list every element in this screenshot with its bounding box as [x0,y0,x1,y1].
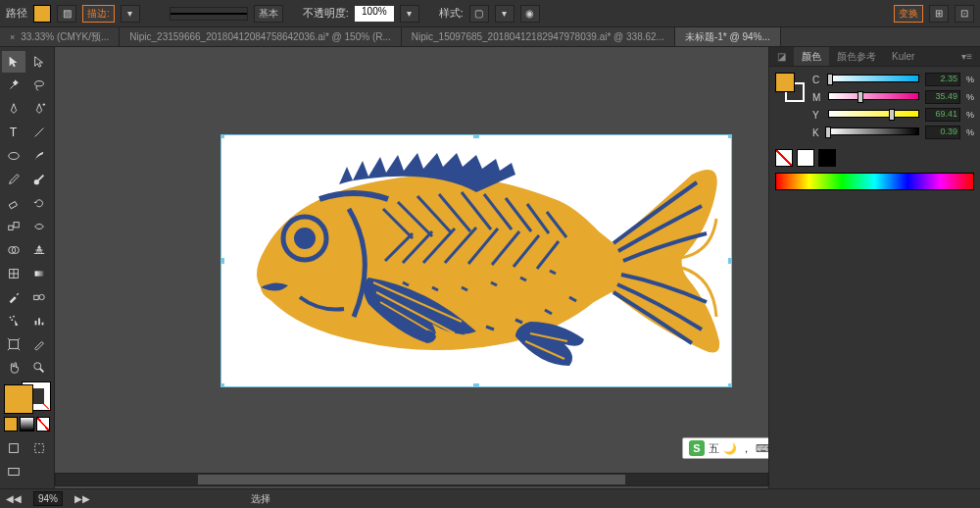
nav-next-icon[interactable]: ▶▶ [74,493,90,504]
artboard [221,135,731,386]
pen-tool[interactable] [2,98,25,120]
moon-icon[interactable]: 🌙 [723,442,737,455]
width-tool[interactable] [27,216,51,237]
gradient-tool[interactable] [27,263,51,284]
symbol-sprayer-tool[interactable] [2,310,25,331]
zoom-level[interactable]: 94% [33,491,63,506]
align-icon[interactable]: ⊞ [929,5,949,23]
m-value[interactable]: 35.49 [925,90,960,104]
document-tab-3[interactable]: 未标题-1* @ 94%... [675,27,781,46]
c-slider[interactable] [828,75,919,84]
magic-wand-tool[interactable] [2,75,25,96]
fill-swatch[interactable] [33,5,51,23]
slice-tool[interactable] [27,333,51,355]
selection-tool[interactable] [2,51,25,73]
paintbrush-tool[interactable] [27,145,51,167]
black-swatch[interactable] [818,149,836,167]
blob-brush-tool[interactable] [27,169,51,190]
nav-prev-icon[interactable]: ◀◀ [6,493,22,504]
draw-normal[interactable] [2,437,25,459]
column-graph-tool[interactable] [27,310,51,331]
svg-point-15 [13,316,15,318]
screen-mode[interactable] [2,461,25,483]
stroke-label[interactable]: 描边: [82,5,115,23]
panel-tab-color[interactable]: 颜色 [794,47,829,66]
c-label: C [812,75,822,85]
ime-mode[interactable]: 五 [709,441,719,456]
y-label: Y [812,110,822,121]
eyedropper-tool[interactable] [2,286,25,308]
y-value[interactable]: 69.41 [925,108,960,122]
svg-rect-33 [221,383,224,386]
canvas[interactable]: S 五 🌙 ， ⌨ [55,47,768,488]
panel-fill-stroke[interactable] [775,73,805,102]
lasso-tool[interactable] [27,75,51,96]
gradient-chip[interactable] [20,417,33,432]
perspective-grid-tool[interactable] [27,239,51,261]
ellipse-tool[interactable] [2,145,25,167]
color-chip[interactable] [4,417,18,432]
line-tool[interactable] [27,122,51,143]
document-tab-2[interactable]: Nipic_15097685_20180412182947978039.ai* … [402,27,675,46]
fill-box[interactable] [4,384,33,414]
svg-rect-24 [35,444,44,453]
fill-stroke-control[interactable] [4,384,51,411]
eraser-tool[interactable] [2,192,25,214]
panel-tab-colorguide[interactable]: 颜色参考 [829,47,884,66]
mesh-tool[interactable] [2,263,25,284]
recolor-icon[interactable]: ◉ [520,5,540,23]
direct-selection-tool[interactable] [27,51,51,73]
ime-toolbar[interactable]: S 五 🌙 ， ⌨ [682,437,768,459]
style-dropdown[interactable]: ▾ [495,5,514,23]
ime-logo-icon: S [689,440,705,456]
draw-behind[interactable] [27,437,51,459]
m-slider[interactable] [828,92,919,102]
scale-tool[interactable] [2,216,25,237]
punct-icon[interactable]: ， [741,441,752,456]
artboard-tool[interactable] [2,333,25,355]
add-anchor-tool[interactable] [27,98,51,120]
panel-fill-box[interactable] [775,73,795,92]
svg-rect-34 [473,383,479,386]
blend-tool[interactable] [27,286,51,308]
panel-tab-kuler[interactable]: Kuler [884,47,922,66]
isolate-icon[interactable]: ⊡ [955,5,974,23]
stroke-weight-dropdown[interactable]: ▾ [121,5,140,23]
white-swatch[interactable] [797,149,814,167]
opacity-input[interactable]: 100% [355,6,394,22]
document-tab-1[interactable]: Nipic_23159666_20180412084758642036.ai* … [120,27,401,46]
k-value[interactable]: 0.39 [925,126,960,139]
spectrum-picker[interactable] [775,173,974,190]
document-tab-0[interactable]: ×33.33% (CMYK/预... [0,27,120,46]
rotate-tool[interactable] [27,192,51,214]
panel-tab-colorguide-icon[interactable]: ◪ [769,47,794,66]
shape-builder-tool[interactable] [2,239,25,261]
y-slider[interactable] [828,110,919,120]
keyboard-icon[interactable]: ⌨ [756,442,768,455]
close-icon[interactable]: × [10,32,15,42]
opacity-dropdown[interactable]: ▾ [400,5,419,23]
stroke-swatch[interactable]: ▨ [57,5,76,23]
none-chip[interactable] [36,417,50,432]
none-swatch[interactable] [775,149,793,167]
options-bar: 路径 ▨ 描边: ▾ 基本 不透明度: 100% ▾ 样式: ▢ ▾ ◉ 变换 … [0,0,980,27]
svg-rect-17 [35,321,37,325]
pencil-tool[interactable] [2,169,25,190]
zoom-tool[interactable] [27,357,51,379]
type-tool[interactable]: T [2,122,25,143]
hand-tool[interactable] [2,357,25,379]
stroke-style[interactable]: 基本 [254,5,283,23]
k-slider[interactable] [828,127,919,137]
path-label: 路径 [6,6,27,21]
panel-menu-icon[interactable]: ▾≡ [954,47,980,66]
style-swatch[interactable]: ▢ [469,5,489,23]
cmyk-c-row: C 2.35% [812,73,974,86]
color-mode-chips [4,417,50,432]
transform-link[interactable]: 变换 [894,5,923,23]
svg-rect-11 [35,271,44,276]
horizontal-scrollbar[interactable] [55,473,768,486]
brush-definition[interactable] [170,7,248,21]
c-value[interactable]: 2.35 [925,73,960,86]
cmyk-m-row: M 35.49% [812,90,974,104]
fish-artwork[interactable] [221,135,731,386]
